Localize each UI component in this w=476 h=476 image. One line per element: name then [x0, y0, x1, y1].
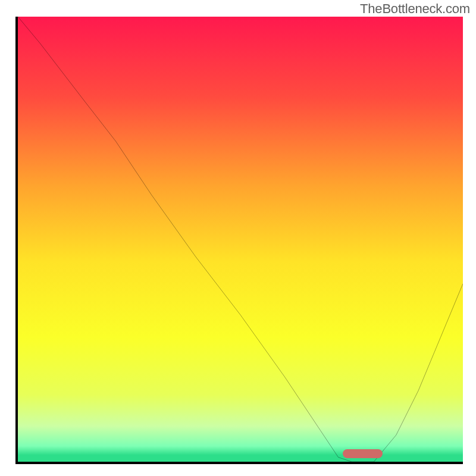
bottleneck-curve: [18, 17, 463, 462]
plot-area: [15, 17, 463, 464]
curve-path: [18, 17, 463, 462]
optimal-marker: [343, 449, 383, 458]
watermark-text: TheBottleneck.com: [360, 1, 470, 17]
